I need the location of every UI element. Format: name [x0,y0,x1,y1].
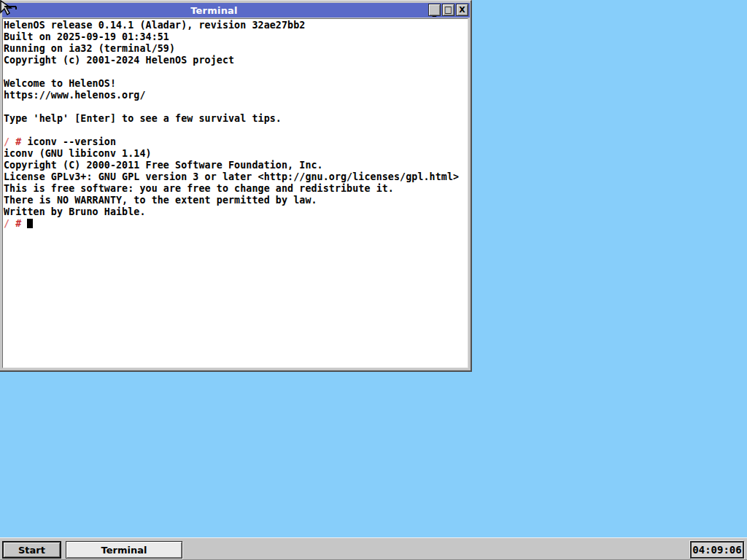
close-button[interactable]: X [456,4,468,16]
terminal-line: This is free software: you are free to c… [4,183,468,195]
window-controls: _ □ X [428,4,468,16]
terminal-line [4,125,468,136]
taskbar-window-button[interactable]: Terminal [66,541,182,559]
terminal-line: / # [4,218,468,230]
terminal-line: Type 'help' [Enter] to see a few surviva… [4,113,468,125]
taskbar-clock: 04:09:06 [690,541,744,559]
maximize-button[interactable]: □ [442,4,454,16]
terminal-line: HelenOS release 0.14.1 (Aladar), revisio… [4,20,468,31]
minimize-icon: _ [433,7,437,17]
prompt-symbol: # [9,218,27,229]
close-icon: X [459,5,465,15]
prompt-symbol: # [9,136,27,147]
terminal-line: iconv (GNU libiconv 1.14) [4,148,468,160]
terminal-line: Copyright (c) 2001-2024 HelenOS project [4,55,468,66]
terminal-line: There is NO WARRANTY, to the extent perm… [4,195,468,206]
terminal-line: Written by Bruno Haible. [4,206,468,218]
prompt-path: / [4,136,9,147]
terminal-line: https://www.helenos.org/ [4,90,468,101]
desktop: { "window": { "title": "Terminal", "cont… [0,0,747,560]
minimize-button[interactable]: _ [428,4,441,16]
terminal-line: Built on 2025-09-19 01:34:51 [4,31,468,43]
terminal-line [4,66,468,78]
terminal-line [4,101,468,113]
terminal-window: Terminal _ □ X HelenOS release 0.14.1 (A… [0,0,472,372]
window-title: Terminal [2,3,426,18]
window-titlebar[interactable]: Terminal _ □ X [2,3,470,18]
terminal-cursor [27,219,33,228]
command-text: iconv --version [27,136,116,147]
terminal-line: / # iconv --version [4,136,468,148]
maximize-icon: □ [444,4,452,15]
start-button[interactable]: Start [2,541,61,559]
taskbar: Start Terminal 04:09:06 [0,537,747,560]
terminal-line: Running on ia32 (terminal/59) [4,43,468,55]
terminal-output-area[interactable]: HelenOS release 0.14.1 (Aladar), revisio… [2,18,468,368]
terminal-line: Copyright (C) 2000-2011 Free Software Fo… [4,160,468,171]
terminal-line: License GPLv3+: GNU GPL version 3 or lat… [4,171,468,183]
terminal-line: Welcome to HelenOS! [4,78,468,90]
prompt-path: / [4,218,9,229]
